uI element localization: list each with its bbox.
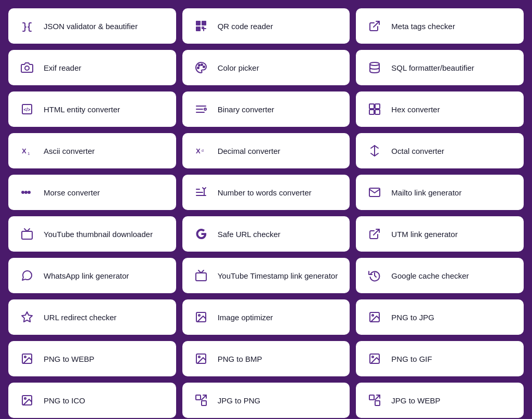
svg-rect-22 <box>375 110 380 114</box>
svg-rect-21 <box>369 110 374 114</box>
tool-card-hex-converter[interactable]: Hex converter <box>356 91 524 127</box>
tool-card-html-entity-converter[interactable]: </>HTML entity converter <box>8 91 176 127</box>
image-convert-icon <box>193 350 209 367</box>
svg-text:1: 1 <box>28 151 30 156</box>
svg-rect-5 <box>197 28 199 30</box>
tool-label-png-to-bmp: PNG to BMP <box>218 355 262 363</box>
tool-label-utm-link-generator: UTM link generator <box>391 230 458 239</box>
image-convert2-icon <box>193 392 209 409</box>
tool-card-utm-link-generator[interactable]: UTM link generator <box>356 216 524 252</box>
json-icon <box>19 18 35 34</box>
tool-card-safe-url-checker[interactable]: Safe URL checker <box>182 216 350 252</box>
x1-icon: X1 <box>19 142 35 159</box>
tool-card-number-to-words[interactable]: Number to words converter <box>182 175 350 210</box>
tool-label-octal-converter: Octal converter <box>391 147 444 155</box>
tool-card-exif-reader[interactable]: Exif reader <box>8 50 176 85</box>
tool-card-mailto-link-generator[interactable]: Mailto link generator <box>356 175 524 210</box>
image-convert2-icon <box>366 392 383 409</box>
tool-card-qr-code-reader[interactable]: QR code reader <box>182 8 350 44</box>
tool-card-png-to-gif[interactable]: PNG to GIF <box>356 341 524 376</box>
tool-label-image-optimizer: Image optimizer <box>218 313 273 322</box>
svg-marker-38 <box>22 312 32 322</box>
external-link-icon <box>366 226 383 242</box>
tool-card-png-to-jpg[interactable]: PNG to JPG <box>356 299 524 335</box>
tool-label-color-picker: Color picker <box>218 63 259 72</box>
tool-card-url-redirect-checker[interactable]: URL redirect checker <box>8 299 176 335</box>
tool-card-json-validator[interactable]: JSON validator & beautifier <box>8 8 176 44</box>
tool-card-youtube-thumbnail[interactable]: YouTube thumbnail downloader <box>8 216 176 252</box>
octal-icon <box>366 142 383 159</box>
tool-card-octal-converter[interactable]: Octal converter <box>356 133 524 168</box>
tool-card-jpg-to-webp[interactable]: JPG to WEBP <box>356 383 524 418</box>
youtube-icon <box>193 267 209 284</box>
svg-text:d: d <box>202 149 204 152</box>
svg-rect-35 <box>22 231 32 239</box>
tool-label-youtube-thumbnail: YouTube thumbnail downloader <box>44 230 153 239</box>
google-icon <box>193 226 209 242</box>
svg-rect-55 <box>375 401 380 405</box>
binary-icon <box>193 101 209 117</box>
svg-point-10 <box>198 64 200 66</box>
tool-label-json-validator: JSON validator & beautifier <box>44 22 138 31</box>
tool-card-ascii-converter[interactable]: X1Ascii converter <box>8 133 176 168</box>
mail-icon <box>366 184 383 201</box>
tool-card-png-to-ico[interactable]: PNG to ICO <box>8 383 176 418</box>
svg-line-6 <box>374 21 379 27</box>
tool-card-jpg-to-png[interactable]: JPG to PNG <box>182 383 350 418</box>
tool-label-qr-code-reader: QR code reader <box>218 22 273 31</box>
svg-rect-19 <box>369 104 374 109</box>
svg-point-7 <box>25 66 29 70</box>
svg-line-56 <box>375 395 380 400</box>
tool-card-png-to-webp[interactable]: PNG to WEBP <box>8 341 176 376</box>
svg-rect-54 <box>369 395 374 400</box>
svg-point-18 <box>204 108 206 110</box>
tool-card-meta-tags-checker[interactable]: Meta tags checker <box>356 8 524 44</box>
youtube-icon <box>19 226 35 242</box>
tool-card-color-picker[interactable]: Color picker <box>182 50 350 85</box>
tool-card-image-optimizer[interactable]: Image optimizer <box>182 299 350 335</box>
svg-point-46 <box>198 356 200 358</box>
tool-label-png-to-gif: PNG to GIF <box>391 355 432 363</box>
tool-label-exif-reader: Exif reader <box>44 63 82 72</box>
tool-card-youtube-timestamp[interactable]: YouTube Timestamp link generator <box>182 258 350 293</box>
tool-label-html-entity-converter: HTML entity converter <box>44 105 120 114</box>
camera-icon <box>19 59 35 76</box>
svg-point-29 <box>25 191 27 193</box>
tool-label-morse-converter: Morse converter <box>44 188 100 197</box>
svg-rect-4 <box>203 22 205 24</box>
tool-label-jpg-to-webp: JPG to WEBP <box>391 396 440 405</box>
tool-card-morse-converter[interactable]: Morse converter <box>8 175 176 210</box>
svg-point-11 <box>197 67 199 69</box>
tool-label-sql-formatter: SQL formatter/beautifier <box>391 63 474 72</box>
xd-icon: Xd <box>193 142 209 159</box>
svg-point-9 <box>203 66 205 68</box>
tool-card-whatsapp-link-generator[interactable]: WhatsApp link generator <box>8 258 176 293</box>
sort-num-icon <box>193 184 209 201</box>
redirect-icon <box>19 309 35 325</box>
svg-text:X: X <box>196 147 201 155</box>
morse-icon <box>19 184 35 201</box>
image-icon <box>193 309 209 325</box>
tools-grid: JSON validator & beautifierQR code reade… <box>8 8 524 418</box>
tool-card-decimal-converter[interactable]: XdDecimal converter <box>182 133 350 168</box>
svg-text:X: X <box>22 147 26 155</box>
image-convert-icon <box>19 350 35 367</box>
tool-card-google-cache-checker[interactable]: Google cache checker <box>356 258 524 293</box>
tool-card-png-to-bmp[interactable]: PNG to BMP <box>182 341 350 376</box>
tool-label-mailto-link-generator: Mailto link generator <box>391 188 461 197</box>
tool-label-binary-converter: Binary converter <box>218 105 274 114</box>
tool-card-sql-formatter[interactable]: SQL formatter/beautifier <box>356 50 524 85</box>
tool-card-binary-converter[interactable]: Binary converter <box>182 91 350 127</box>
svg-point-8 <box>201 64 203 66</box>
svg-point-48 <box>372 356 374 358</box>
html-icon: </> <box>19 101 35 117</box>
svg-point-40 <box>198 315 200 316</box>
tool-label-whatsapp-link-generator: WhatsApp link generator <box>44 271 129 280</box>
tool-label-png-to-webp: PNG to WEBP <box>44 355 95 363</box>
tool-label-hex-converter: Hex converter <box>391 105 440 114</box>
svg-line-53 <box>202 395 206 400</box>
tool-label-ascii-converter: Ascii converter <box>44 147 95 155</box>
svg-point-42 <box>372 315 374 316</box>
tool-label-safe-url-checker: Safe URL checker <box>218 230 281 239</box>
svg-point-44 <box>24 356 26 358</box>
